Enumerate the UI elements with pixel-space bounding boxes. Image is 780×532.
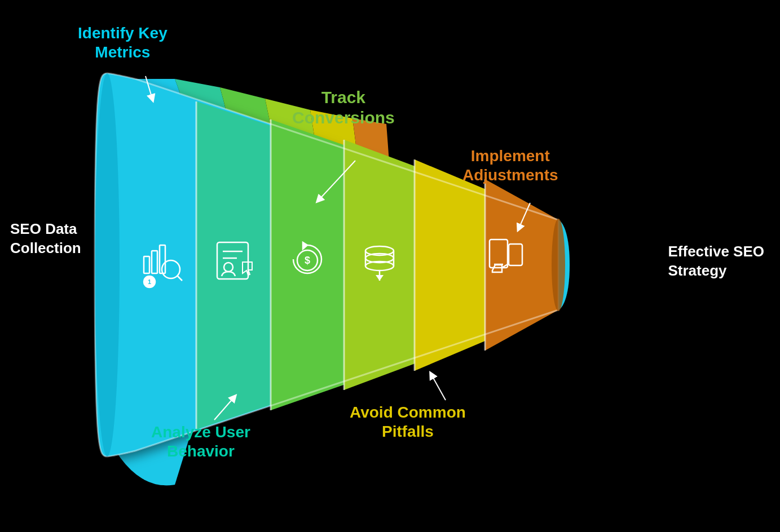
implement-label: ImplementAdjustments bbox=[462, 147, 558, 184]
svg-line-36 bbox=[431, 375, 446, 400]
analyze-label: Analyze UserBehavior bbox=[151, 423, 250, 460]
effective-label: Effective SEOStrategy bbox=[668, 242, 764, 281]
main-canvas: 1 $ bbox=[0, 0, 780, 532]
svg-text:1: 1 bbox=[148, 278, 151, 285]
svg-point-6 bbox=[552, 219, 565, 311]
svg-point-5 bbox=[95, 73, 120, 456]
identify-label: Identify KeyMetrics bbox=[78, 24, 168, 61]
seo-data-label: SEO DataCollection bbox=[10, 220, 81, 258]
svg-text:$: $ bbox=[305, 255, 310, 266]
track-label: TrackConversions bbox=[292, 87, 395, 128]
avoid-label: Avoid CommonPitfalls bbox=[350, 403, 466, 441]
